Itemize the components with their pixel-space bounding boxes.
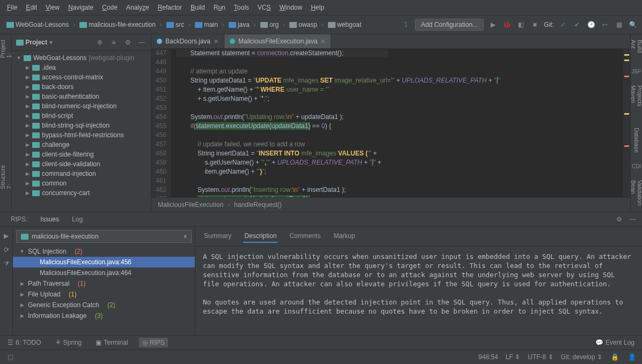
issue-generic-exception[interactable]: ▶Generic Exception Catch (2)	[13, 300, 195, 310]
menu-view[interactable]: View	[42, 2, 63, 13]
event-log-button[interactable]: 💬 Event Log	[592, 338, 638, 347]
bc-main[interactable]: main	[193, 20, 220, 29]
desc-tab-comments[interactable]: Comments	[288, 230, 322, 243]
menu-build[interactable]: Build	[187, 2, 209, 13]
rail-cdi[interactable]: CDI	[632, 164, 641, 169]
desc-tab-summary[interactable]: Summary	[203, 230, 232, 243]
git-branch[interactable]: Git: develop ⇕	[561, 353, 602, 361]
rail-jsf[interactable]: JSF	[632, 69, 641, 75]
menu-analyze[interactable]: Analyze	[122, 2, 153, 13]
file-encoding[interactable]: UTF-8 ⇕	[528, 353, 553, 361]
rail-project[interactable]: 1: Project	[0, 40, 12, 58]
error-stripe[interactable]	[623, 49, 630, 197]
menu-run[interactable]: Run	[210, 2, 229, 13]
project-tree[interactable]: ▼ WebGoat-Lessons [webgoat-plugin ▶.idea…	[12, 51, 151, 212]
chevron-down-icon[interactable]: ▾	[49, 39, 53, 46]
tree-item[interactable]: ▶.idea	[12, 63, 151, 72]
issue-file-464[interactable]: MaliciousFileExecution.java:464	[13, 268, 195, 278]
tab-backdoors[interactable]: BackDoors.java ✕	[151, 34, 224, 48]
cursor-position[interactable]: 948:54	[478, 353, 498, 361]
code-editor[interactable]: Statement statement = connection.createS…	[171, 49, 623, 197]
tab-maliciousfileexecution[interactable]: MaliciousFileExecution.java ✕	[224, 34, 331, 48]
bc-owasp[interactable]: owasp	[287, 20, 319, 29]
tree-item[interactable]: ▶basic-authentication	[12, 92, 151, 101]
hide-icon[interactable]: —	[628, 214, 638, 224]
breadcrumb-bar[interactable]: MaliciousFileExecution›handleRequest()	[151, 197, 630, 212]
tw-spring[interactable]: ⚘ Spring	[52, 338, 85, 347]
menu-window[interactable]: Window	[275, 2, 306, 13]
tree-item[interactable]: ▶client-side-validation	[12, 159, 151, 169]
tw-terminal[interactable]: ▣ Terminal	[92, 338, 131, 347]
menu-edit[interactable]: Edit	[22, 2, 41, 13]
rail-maven[interactable]: Maven Projects	[630, 85, 643, 117]
project-structure-icon[interactable]: ▦	[614, 20, 624, 29]
debug-icon[interactable]: 🐞	[502, 20, 512, 29]
tree-item[interactable]: ▶back-doors	[12, 82, 151, 92]
hide-icon[interactable]: —	[137, 38, 147, 47]
tw-rips[interactable]: ◎ RIPS	[139, 338, 168, 347]
tree-item[interactable]: ▶bypass-html-field-restrictions	[12, 130, 151, 140]
close-tab-icon[interactable]: ✕	[214, 38, 218, 45]
tool-windows-icon[interactable]: ▢	[5, 352, 15, 362]
tree-item[interactable]: ▶client-side-filtering	[12, 150, 151, 159]
tree-item[interactable]: ▶blind-numeric-sql-injection	[12, 101, 151, 111]
tree-item[interactable]: ▶command-injection	[12, 169, 151, 179]
rail-ant[interactable]: Ant Build	[630, 40, 643, 58]
build-icon[interactable]: ⤵	[401, 20, 411, 29]
close-tab-icon[interactable]: ✕	[320, 38, 325, 45]
menu-code[interactable]: Code	[98, 2, 121, 13]
rips-tab-issues[interactable]: Issues	[34, 212, 65, 226]
tree-item[interactable]: ▶blind-string-sql-injection	[12, 121, 151, 130]
bc-webgoat[interactable]: webgoat	[326, 20, 363, 29]
desc-tab-description[interactable]: Description	[243, 230, 278, 243]
bc-src[interactable]: src	[164, 20, 186, 29]
tree-root[interactable]: ▼ WebGoat-Lessons [webgoat-plugin	[12, 53, 151, 63]
rips-tab-log[interactable]: Log	[65, 212, 89, 226]
menu-navigate[interactable]: Navigate	[64, 2, 97, 13]
rail-database[interactable]: Database	[633, 128, 640, 153]
tree-item[interactable]: ▶blind-script	[12, 111, 151, 121]
issue-info-leakage[interactable]: ▶Information Leakage (3)	[13, 310, 195, 321]
issue-file-456[interactable]: MaliciousFileExecution.java:456	[13, 257, 195, 268]
tree-item[interactable]: ▶concurrency-cart	[12, 188, 151, 198]
project-view-title[interactable]: Project	[25, 39, 47, 46]
vcs-history-icon[interactable]: 🕑	[586, 20, 596, 29]
vcs-revert-icon[interactable]: ⤺	[600, 20, 610, 29]
rail-structure[interactable]: 7: Structure	[0, 165, 12, 189]
bc-root[interactable]: WebGoat-Lessons	[4, 20, 71, 29]
gear-icon[interactable]: ⚙	[614, 214, 624, 224]
line-gutter[interactable]: 4474484494504514524534544554564574584594…	[151, 49, 171, 197]
lock-icon[interactable]: 🔒	[610, 352, 619, 362]
issue-file-upload[interactable]: ▶File Upload (1)	[13, 289, 195, 300]
rips-issue-tree[interactable]: ▼SQL Injection (2) MaliciousFileExecutio…	[13, 246, 195, 335]
collapse-icon[interactable]: ≑	[109, 38, 119, 47]
rail-bean[interactable]: Bean Validation	[630, 180, 643, 212]
bc-org[interactable]: org	[258, 20, 281, 29]
locate-icon[interactable]: ⊕	[95, 38, 105, 47]
vcs-commit-icon[interactable]: ✓	[572, 20, 582, 29]
desc-tab-markup[interactable]: Markup	[332, 230, 356, 243]
refresh-icon[interactable]: ⟳	[2, 245, 11, 255]
menu-help[interactable]: Help	[307, 2, 328, 13]
stop-icon[interactable]: ■	[530, 20, 539, 29]
run-icon[interactable]: ▶	[488, 20, 498, 29]
tree-item[interactable]: ▶common	[12, 179, 151, 188]
coverage-icon[interactable]: ◧	[516, 20, 526, 29]
gear-icon[interactable]: ⚙	[123, 38, 133, 47]
filter-icon[interactable]: ⧩	[2, 259, 11, 269]
tree-item[interactable]: ▶challenge	[12, 140, 151, 150]
expand-icon[interactable]: ▶	[2, 231, 11, 241]
bc-module[interactable]: malicious-file-execution	[77, 20, 158, 29]
menu-file[interactable]: File	[3, 2, 21, 13]
vcs-update-icon[interactable]: ✓	[558, 20, 568, 29]
bc-java[interactable]: java	[227, 20, 252, 29]
issue-path-traversal[interactable]: ▶Path Traversal (1)	[13, 278, 195, 289]
menu-vcs[interactable]: VCS	[254, 2, 275, 13]
issue-sql-injection[interactable]: ▼SQL Injection (2)	[13, 246, 195, 257]
run-config-button[interactable]: Add Configuration...	[415, 19, 484, 31]
search-icon[interactable]: 🔍	[628, 20, 638, 29]
hector-icon[interactable]: 👤	[627, 352, 637, 362]
menu-refactor[interactable]: Refactor	[154, 2, 186, 13]
tree-item[interactable]: ▶access-control-matrix	[12, 72, 151, 82]
menu-tools[interactable]: Tools	[230, 2, 253, 13]
